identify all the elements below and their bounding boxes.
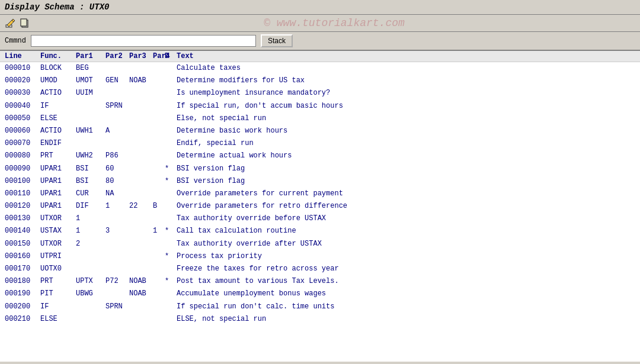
table-row[interactable]: 000170 UOTX0 Freeze the taxes for retro … <box>0 263 640 275</box>
header-par3: Par3 <box>129 52 153 60</box>
cell-par1: UWH1 <box>76 125 105 137</box>
cell-func: ACTIO <box>40 88 76 99</box>
cell-line: 000190 <box>5 288 40 299</box>
cell-d: * <box>165 176 177 187</box>
cell-func: ELSE <box>40 314 76 325</box>
table-row[interactable]: 000120 UPAR1 DIF 1 22 B Override paramet… <box>0 200 640 212</box>
cell-d: * <box>165 163 177 175</box>
page-title: Display Schema : UTX0 <box>5 2 109 12</box>
table-row[interactable]: 000190 PIT UBWG NOAB Accumulate unemploy… <box>0 288 640 300</box>
cell-line: 000040 <box>5 101 40 112</box>
cell-text: Accumulate unemployment bonus wages <box>177 288 635 299</box>
cell-func: UTXOR <box>40 239 76 250</box>
header-par2: Par2 <box>105 52 129 60</box>
cell-par4: B <box>153 201 165 212</box>
cell-func: PIT <box>40 288 76 299</box>
cell-text: Override parameters for current payment <box>177 188 635 199</box>
cell-line: 000160 <box>5 251 40 262</box>
command-label: Cmmnd <box>5 37 26 45</box>
table-header: Line Func. Par1 Par2 Par3 Par4 D Text <box>0 51 640 62</box>
cell-line: 000150 <box>5 239 40 250</box>
table-row[interactable]: 000160 UTPRI * Process tax priority <box>0 250 640 263</box>
table-row[interactable]: 000180 PRT UPTX P72 NOAB * Post tax amou… <box>0 275 640 288</box>
cell-text: Else, not special run <box>177 113 635 124</box>
table-row[interactable]: 000060 ACTIO UWH1 A Determine basic work… <box>0 125 640 137</box>
cell-par2: NA <box>105 188 129 199</box>
cell-func: UPAR1 <box>40 163 76 175</box>
table-row[interactable]: 000020 UMOD UMOT GEN NOAB Determine modi… <box>0 75 640 87</box>
command-input[interactable] <box>31 35 256 47</box>
header-par1: Par1 <box>76 52 105 60</box>
command-bar: Cmmnd Stack <box>0 32 640 51</box>
table-row[interactable]: 000050 ELSE Else, not special run <box>0 112 640 125</box>
cell-func: UMOD <box>40 75 76 86</box>
cell-par2: SPRN <box>105 301 129 313</box>
header-par4: Par4 <box>153 52 165 60</box>
cell-par2: A <box>105 125 129 137</box>
cell-line: 000140 <box>5 226 40 237</box>
stack-button[interactable]: Stack <box>261 34 293 47</box>
table-row[interactable]: 000100 UPAR1 BSI 80 * BSI version flag <box>0 175 640 188</box>
cell-func: ELSE <box>40 113 76 124</box>
cell-line: 000090 <box>5 163 40 175</box>
cell-text: Is unemployment insurance mandatory? <box>177 88 635 99</box>
cell-par1: DIF <box>76 201 105 212</box>
cell-text: Process tax priority <box>177 251 635 262</box>
cell-text: Post tax amount to various Tax Levels. <box>177 276 635 287</box>
table-row[interactable]: 000040 IF SPRN If special run, don't acc… <box>0 100 640 112</box>
table-row[interactable]: 000090 UPAR1 BSI 60 * BSI version flag <box>0 163 640 175</box>
cell-d: * <box>165 226 177 237</box>
cell-line: 000170 <box>5 263 40 275</box>
svg-rect-4 <box>21 19 27 26</box>
cell-func: UPAR1 <box>40 176 76 187</box>
cell-func: PRT <box>40 150 76 162</box>
toolbar: © www.tutorialkart.com <box>0 15 640 32</box>
header-func: Func. <box>40 52 76 60</box>
cell-par1: UBWG <box>76 288 105 299</box>
cell-par2: P86 <box>105 150 129 162</box>
cell-text: Tax authority override before USTAX <box>177 213 635 224</box>
cell-text: Calculate taxes <box>177 63 635 74</box>
table-row[interactable]: 000200 IF SPRN If special run don't calc… <box>0 301 640 313</box>
cell-par1: BSI <box>76 163 105 175</box>
cell-func: UOTX0 <box>40 263 76 275</box>
cell-line: 000130 <box>5 213 40 224</box>
table-row[interactable]: 000080 PRT UWH2 P86 Determine actual wor… <box>0 150 640 162</box>
main-content: Line Func. Par1 Par2 Par3 Par4 D Text 00… <box>0 51 640 362</box>
watermark: © www.tutorialkart.com <box>33 17 635 29</box>
table-row[interactable]: 000070 ENDIF Endif, special run <box>0 137 640 150</box>
cell-text: If special run, don't accum basic hours <box>177 101 635 112</box>
edit-icon[interactable] <box>5 17 17 29</box>
cell-text: Determine actual work hours <box>177 150 635 162</box>
cell-par1: UWH2 <box>76 150 105 162</box>
cell-par2: SPRN <box>105 101 129 112</box>
cell-func: ACTIO <box>40 125 76 137</box>
cell-line: 000050 <box>5 113 40 124</box>
copy-icon[interactable] <box>19 17 31 29</box>
table-row[interactable]: 000150 UTXOR 2 Tax authority override af… <box>0 238 640 250</box>
table-row[interactable]: 000130 UTXOR 1 Tax authority override be… <box>0 212 640 225</box>
cell-line: 000180 <box>5 276 40 287</box>
cell-par1: UPTX <box>76 276 105 287</box>
table-row[interactable]: 000210 ELSE ELSE, not special run <box>0 313 640 326</box>
cell-text: Tax authority override after USTAX <box>177 239 635 250</box>
cell-par1: 2 <box>76 239 105 250</box>
table-row[interactable]: 000140 USTAX 1 3 1 * Call tax calculatio… <box>0 225 640 237</box>
cell-line: 000100 <box>5 176 40 187</box>
cell-text: Call tax calculation routine <box>177 226 635 237</box>
cell-par1: UMOT <box>76 75 105 86</box>
cell-text: Determine modifiers for US tax <box>177 75 635 86</box>
cell-line: 000070 <box>5 138 40 149</box>
header-line: Line <box>5 52 40 60</box>
cell-line: 000020 <box>5 75 40 86</box>
cell-par3: NOAB <box>129 276 153 287</box>
cell-func: UTXOR <box>40 213 76 224</box>
table-row[interactable]: 000030 ACTIO UUIM Is unemployment insura… <box>0 87 640 99</box>
table-row[interactable]: 000010 BLOCK BEG Calculate taxes <box>0 62 640 75</box>
table-row[interactable]: 000110 UPAR1 CUR NA Override parameters … <box>0 188 640 200</box>
cell-text: ELSE, not special run <box>177 314 635 325</box>
cell-par1: BEG <box>76 63 105 74</box>
cell-par1: 1 <box>76 226 105 237</box>
cell-func: IF <box>40 101 76 112</box>
cell-func: PRT <box>40 276 76 287</box>
